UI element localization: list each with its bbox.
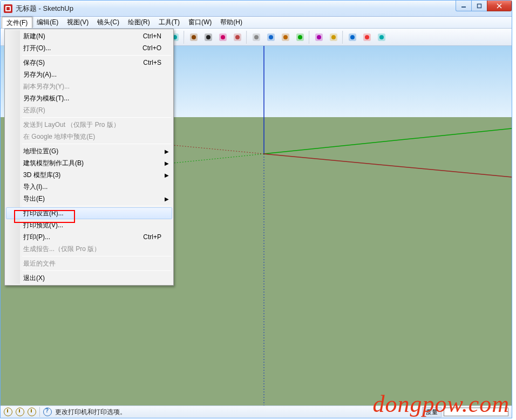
menu-shortcut: Ctrl+O (142, 44, 161, 52)
menu-entry-4[interactable]: 另存为(A)... (6, 69, 172, 80)
zoom-extents-icon (233, 32, 242, 42)
svg-point-47 (331, 35, 336, 39)
menu-entry-20[interactable]: 打印(P)...Ctrl+P (6, 231, 172, 243)
menu-entry-9: 发送到 LayOut （仅限于 Pro 版） (6, 119, 172, 131)
menu-entry-12[interactable]: 地理位置(G)▶ (6, 145, 172, 157)
zoom-tool[interactable] (215, 30, 230, 44)
menu-shortcut: Ctrl+S (143, 59, 161, 66)
eye-icon (266, 32, 276, 42)
menu-entry-16[interactable]: 导出(E)▶ (6, 193, 172, 205)
menu-separator (22, 117, 171, 118)
eye-tool[interactable] (263, 30, 278, 44)
svg-point-49 (350, 35, 355, 39)
svg-point-41 (283, 35, 288, 39)
menu-item-5[interactable]: 工具(T) (154, 17, 184, 28)
menu-shortcut: Ctrl+N (143, 32, 161, 40)
menu-entry-13[interactable]: 建筑模型制作工具(B)▶ (6, 157, 172, 169)
svg-point-31 (206, 35, 211, 39)
orbit-tool[interactable] (186, 30, 201, 44)
toolbar-separator (309, 31, 310, 44)
menubar: 文件(F)编辑(E)视图(V)镜头(C)绘图(R)工具(T)窗口(W)帮助(H) (1, 17, 512, 29)
look-around-icon (295, 32, 305, 42)
menu-entry-15[interactable]: 导入(I)... (6, 181, 172, 193)
menu-entry-19[interactable]: 打印预览(V)... (6, 219, 172, 231)
face-style-icon (362, 32, 372, 42)
svg-point-35 (235, 35, 240, 39)
svg-point-53 (379, 35, 384, 39)
watermark: dongpow.com (373, 390, 510, 418)
submenu-arrow-icon: ▶ (165, 148, 169, 154)
menu-entry-21: 生成报告...（仅限 Pro 版） (6, 243, 172, 255)
close-button[interactable] (487, 1, 512, 11)
section-tool[interactable] (278, 30, 293, 44)
menu-entry-3[interactable]: 保存(S)Ctrl+S (6, 57, 172, 69)
status-icon-1[interactable] (4, 408, 12, 416)
menu-item-0[interactable]: 文件(F) (2, 17, 32, 28)
menu-entry-label: 保存(S) (23, 58, 45, 67)
menu-entry-label: 另存为模板(T)... (23, 94, 69, 103)
toolbar-separator (342, 31, 343, 44)
menu-entry-10: 在 Google 地球中预览(E) (6, 131, 172, 143)
submenu-arrow-icon: ▶ (165, 196, 169, 202)
svg-point-39 (269, 35, 273, 39)
zoom-extents-tool[interactable] (230, 30, 245, 44)
extensions-tool[interactable] (345, 30, 359, 44)
submenu-arrow-icon: ▶ (165, 172, 169, 178)
menu-entry-label: 导出(E) (23, 194, 45, 204)
window-controls (456, 1, 512, 11)
app-icon (4, 4, 12, 13)
window-title: 无标题 - SketchUp (16, 4, 73, 13)
menu-item-4[interactable]: 绘图(R) (124, 17, 154, 28)
shadows-icon (377, 32, 386, 42)
svg-point-45 (317, 35, 321, 39)
svg-point-43 (298, 35, 302, 39)
walk-tool[interactable] (249, 30, 263, 44)
menu-entry-0[interactable]: 新建(N)Ctrl+N (6, 30, 172, 42)
menu-entry-25[interactable]: 退出(X) (6, 272, 172, 284)
menu-separator (22, 270, 171, 271)
menu-entry-label: 导入(I)... (23, 182, 47, 192)
get-models-tool[interactable] (311, 30, 326, 44)
svg-point-29 (192, 35, 196, 39)
extensions-icon (348, 32, 357, 42)
share-model-tool[interactable] (326, 30, 341, 44)
menu-entry-label: 打印设置(R)... (23, 209, 64, 218)
menu-entry-label: 副本另存为(Y)... (23, 82, 70, 91)
menu-entry-label: 另存为(A)... (23, 70, 57, 79)
menu-entry-6[interactable]: 另存为模板(T)... (6, 92, 172, 104)
help-icon[interactable]: ? (43, 408, 52, 416)
status-icon-2[interactable] (16, 408, 24, 416)
get-models-icon (314, 32, 324, 42)
look-around-tool[interactable] (293, 30, 307, 44)
pan-tool[interactable] (201, 30, 215, 44)
menu-entry-label: 最近的文件 (23, 259, 56, 268)
walk-icon (252, 32, 261, 42)
toolbar-separator (184, 31, 185, 44)
menu-item-2[interactable]: 视图(V) (63, 17, 93, 28)
menu-item-6[interactable]: 窗口(W) (184, 17, 216, 28)
menu-entry-label: 打印预览(V)... (23, 221, 63, 230)
menu-shortcut: Ctrl+P (143, 233, 161, 241)
statusbar-sep (39, 407, 40, 417)
menu-entry-label: 打开(O)... (23, 44, 51, 53)
menu-separator (22, 55, 171, 56)
menu-entry-18[interactable]: 打印设置(R)... (6, 207, 172, 219)
svg-point-37 (254, 35, 259, 39)
menu-entry-label: 退出(X) (23, 274, 45, 283)
menu-item-7[interactable]: 帮助(H) (216, 17, 247, 28)
status-icon-3[interactable] (28, 408, 36, 416)
menu-item-3[interactable]: 镜头(C) (93, 17, 124, 28)
maximize-button[interactable] (471, 1, 487, 11)
minimize-button[interactable] (456, 1, 472, 11)
menu-separator (22, 206, 171, 206)
menu-item-1[interactable]: 编辑(E) (32, 17, 63, 28)
menu-entry-5: 副本另存为(Y)... (6, 80, 172, 92)
shadows-tool[interactable] (374, 30, 389, 44)
menu-entry-14[interactable]: 3D 模型库(3)▶ (6, 169, 172, 181)
menu-entry-label: 打印(P)... (23, 233, 50, 242)
svg-rect-1 (478, 4, 481, 8)
menu-entry-1[interactable]: 打开(O)...Ctrl+O (6, 42, 172, 54)
menu-entry-label: 新建(N) (23, 32, 45, 41)
face-style-tool[interactable] (359, 30, 374, 44)
menu-entry-label: 还原(R) (23, 106, 45, 115)
